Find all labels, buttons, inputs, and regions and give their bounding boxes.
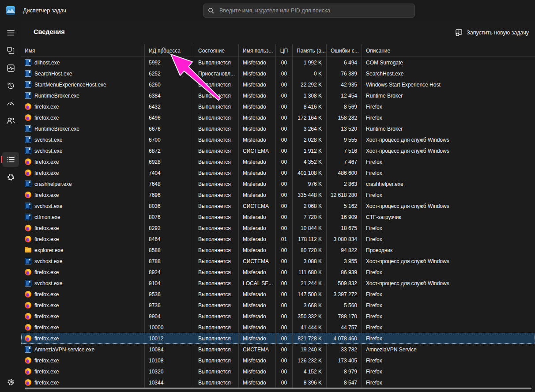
firefox-icon (25, 324, 31, 331)
table-row[interactable]: svchost.exe 9104 Выполняется LOCAL SE...… (21, 278, 535, 289)
details-table: Имя ИД процесса Состояние Имя польз... Ц… (21, 44, 535, 388)
horizontal-scrollbar[interactable] (25, 388, 531, 389)
table-row[interactable]: RuntimeBroker.exe 6384 Выполняется Misfe… (21, 90, 535, 101)
table-row[interactable]: firefox.exe 10108 Выполняется Misferado … (21, 355, 535, 366)
table-row[interactable]: firefox.exe 9736 Выполняется Misferado 0… (21, 300, 535, 311)
table-row[interactable]: firefox.exe 6928 Выполняется Misferado 0… (21, 156, 535, 167)
window-icon (25, 203, 31, 209)
process-user-cell: СИСТЕМА (239, 145, 276, 156)
search-icon (208, 8, 214, 14)
process-errors-cell: 486 600 (327, 167, 362, 178)
column-header-description[interactable]: Описание (362, 44, 535, 57)
process-memory-cell: 126 232 K (293, 355, 327, 366)
table-row[interactable]: svchost.exe 8036 Выполняется СИСТЕМА 00 … (21, 200, 535, 211)
process-name-cell: firefox.exe (21, 189, 145, 200)
sidebar-menu-button[interactable] (2, 25, 19, 40)
process-cpu-cell: 00 (276, 167, 293, 178)
sidebar-item-services[interactable] (2, 170, 19, 185)
table-row[interactable]: firefox.exe 7696 Выполняется Misferado 0… (21, 189, 535, 200)
sidebar-item-startup-apps[interactable] (2, 95, 19, 110)
process-description-cell: Firefox (362, 333, 535, 344)
process-status-cell: Приостановл... (194, 68, 239, 79)
process-status-cell: Выполняется (194, 156, 239, 167)
sidebar-item-users[interactable] (2, 113, 19, 128)
search-input[interactable] (219, 7, 410, 14)
process-memory-cell: 21 244 K (293, 278, 327, 289)
column-header-errors[interactable]: Ошибки с... (327, 44, 362, 57)
process-errors-cell: 5 560 (327, 300, 362, 311)
process-status-cell: Выполняется (194, 267, 239, 278)
process-pid-cell: 8924 (145, 267, 194, 278)
table-row[interactable]: firefox.exe 8292 Выполняется Misferado 0… (21, 222, 535, 234)
window-icon (25, 147, 31, 154)
table-row[interactable]: svchost.exe 6872 Выполняется СИСТЕМА 00 … (21, 145, 535, 156)
process-pid-cell: 10012 (145, 333, 194, 344)
table-row[interactable]: dllhost.exe 5992 Выполняется Misferado 0… (21, 57, 535, 68)
firefox-icon (25, 291, 31, 298)
process-errors-cell: 76 389 (327, 68, 362, 79)
column-header-memory[interactable]: Память (а... (293, 44, 327, 57)
table-row[interactable]: firefox.exe 7404 Выполняется Misferado 0… (21, 167, 535, 178)
table-row[interactable]: firefox.exe 6496 Выполняется Misferado 0… (21, 112, 535, 123)
sidebar-item-processes[interactable] (2, 43, 19, 58)
table-row[interactable]: AmneziaVPN-service.exe 10084 Выполняется… (21, 344, 535, 355)
table-row[interactable]: firefox.exe 10000 Выполняется Misferado … (21, 322, 535, 333)
table-row[interactable]: firefox.exe 8464 Выполняется Misferado 0… (21, 234, 535, 245)
process-description-cell: Firefox (362, 156, 535, 167)
table-row[interactable]: firefox.exe 10344 Выполняется Misferado … (21, 377, 535, 388)
column-header-status[interactable]: Состояние (194, 44, 239, 57)
column-header-user[interactable]: Имя польз... (239, 44, 276, 57)
table-row[interactable]: firefox.exe 9536 Выполняется Misferado 0… (21, 289, 535, 300)
process-description-cell: Firefox (362, 234, 535, 245)
table-row[interactable]: firefox.exe 6432 Выполняется Misferado 0… (21, 101, 535, 112)
process-cpu-cell: 00 (276, 322, 293, 333)
services-icon (7, 173, 15, 181)
column-header-pid[interactable]: ИД процесса (145, 44, 194, 57)
table-row[interactable]: svchost.exe 8788 Выполняется СИСТЕМА 00 … (21, 256, 535, 267)
process-user-cell: Misferado (239, 300, 276, 311)
process-cpu-cell: 00 (276, 333, 293, 344)
process-errors-cell: 8 569 (327, 101, 362, 112)
process-memory-cell: 147 500 K (293, 289, 327, 300)
process-description-cell: Firefox (362, 101, 535, 112)
column-header-name[interactable]: Имя (21, 44, 145, 57)
process-pid-cell: 10000 (145, 322, 194, 333)
column-header-cpu[interactable]: ЦП (276, 44, 293, 57)
process-user-cell: Misferado (239, 178, 276, 189)
process-name-cell: firefox.exe (21, 311, 145, 322)
process-cpu-cell: 00 (276, 300, 293, 311)
search-box[interactable] (203, 4, 415, 18)
titlebar: Диспетчер задач (0, 0, 535, 21)
sidebar-item-details[interactable] (2, 152, 19, 167)
process-description-cell: Хост-процесс для служб Windows (362, 278, 535, 289)
sidebar-item-app-history[interactable] (2, 78, 19, 93)
table-row[interactable]: firefox.exe 8924 Выполняется Misferado 0… (21, 267, 535, 278)
process-errors-cell: 158 282 (327, 112, 362, 123)
table-row[interactable]: svchost.exe 6700 Выполняется Misferado 0… (21, 134, 535, 145)
table-row[interactable]: crashhelper.exe 7648 Выполняется Misfera… (21, 178, 535, 189)
process-name-cell: firefox.exe (21, 234, 145, 245)
process-errors-cell: 509 832 (327, 278, 362, 289)
table-row[interactable]: firefox.exe 9904 Выполняется Misferado 0… (21, 311, 535, 322)
process-name-cell: explorer.exe (21, 245, 145, 256)
table-row[interactable]: StartMenuExperienceHost.exe 6260 Выполня… (21, 79, 535, 90)
process-pid-cell: 6872 (145, 145, 194, 156)
process-name-cell: firefox.exe (21, 167, 145, 178)
sidebar-item-settings[interactable] (2, 374, 19, 389)
process-user-cell: Misferado (239, 322, 276, 333)
sidebar-item-performance[interactable] (2, 60, 19, 75)
table-row[interactable]: explorer.exe 8588 Выполняется Misferado … (21, 245, 535, 256)
process-pid-cell: 8292 (145, 222, 194, 234)
process-description-cell: Хост-процесс для служб Windows (362, 134, 535, 145)
process-name-cell: firefox.exe (21, 366, 145, 377)
table-row[interactable]: firefox.exe 10012 Выполняется Misferado … (21, 333, 535, 344)
table-row[interactable]: SearchHost.exe 6252 Приостановл... Misfe… (21, 68, 535, 79)
process-errors-cell: 173 405 (327, 355, 362, 366)
table-row[interactable]: RuntimeBroker.exe 6676 Выполняется Misfe… (21, 123, 535, 134)
firefox-icon (25, 158, 31, 165)
run-new-task-button[interactable]: Запустить новую задачу (452, 26, 532, 39)
table-row[interactable]: ctfmon.exe 8076 Выполняется Misferado 00… (21, 211, 535, 222)
table-row[interactable]: firefox.exe 10320 Выполняется Misferado … (21, 366, 535, 377)
process-memory-cell: 2 068 K (293, 200, 327, 211)
details-icon (7, 157, 15, 162)
